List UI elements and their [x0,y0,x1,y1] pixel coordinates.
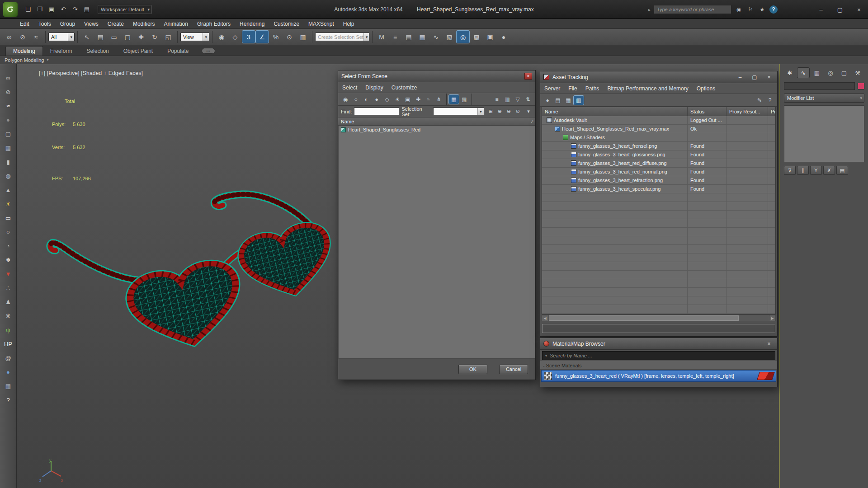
menu-item[interactable]: Display [361,83,387,93]
search-results-icon[interactable]: ◉ [735,5,743,14]
percent-snap-icon[interactable]: % [269,31,282,43]
find-input[interactable] [354,108,399,115]
display-all-icon[interactable]: ◉ [340,95,350,104]
display-invert-icon[interactable]: ◐ [361,95,371,104]
modifier-list-dropdown[interactable]: Modifier List [784,94,864,103]
table-row[interactable]: funny_glasses_3_heart_red_normal.png Fou… [542,168,775,176]
unlink-selection-icon[interactable]: ⊘ [16,31,29,43]
select-and-link-icon[interactable]: ∞ [3,31,15,43]
table-row[interactable]: funny_glasses_3_heart_red_diffuse.png Fo… [542,159,775,168]
menu-item[interactable]: Graph Editors [193,19,235,29]
tab-modeling[interactable]: Modeling [5,46,43,56]
minimize-button[interactable]: – [735,73,745,81]
menu-item[interactable]: Animation [160,19,193,29]
menu-item[interactable]: Edit [15,19,34,29]
context-help-icon[interactable]: ? [765,96,775,105]
modifier-stack[interactable] [784,105,864,162]
align-icon[interactable]: ≡ [389,31,401,43]
object-color-swatch[interactable] [858,83,864,89]
cylinder-icon[interactable]: ▮ [2,156,14,167]
render-production-icon[interactable]: ● [497,31,510,43]
table-row[interactable]: funny_glasses_3_heart_specular.png Found [542,185,775,193]
named-selection-sets-icon[interactable]: ▥ [297,31,309,43]
edit-paths-icon[interactable]: ✎ [755,96,764,105]
graphite-toggle-icon[interactable]: ▦ [416,31,429,43]
window-crossing-icon[interactable]: ▢ [121,31,134,43]
status-field[interactable] [542,324,775,333]
column-header[interactable]: Name [542,107,688,116]
figure-icon[interactable]: ♟ [2,296,14,307]
display-hidden-icon[interactable]: ▧ [459,95,469,104]
menu-item[interactable]: Bitmap Performance and Memory [603,84,692,94]
scene-materials-section[interactable]: - Scene Materials [540,361,777,370]
rendered-frame-icon[interactable]: ▣ [484,31,496,43]
display-cameras-icon[interactable]: ▣ [403,95,413,104]
view-thumbnails-icon[interactable]: ▦ [563,96,573,105]
workspace-dropdown[interactable]: Workspace: Default [98,5,152,14]
refresh-list-icon[interactable]: ▤ [553,96,563,105]
select-and-manipulate-icon[interactable]: ◇ [229,31,241,43]
cancel-button[interactable]: Cancel [499,365,528,374]
angle-snap-icon[interactable]: ∠ [256,31,269,43]
favorites-icon[interactable]: ★ [758,5,766,14]
chain-link-icon[interactable]: ∞ [2,72,14,83]
box-icon[interactable]: ▢ [2,128,14,139]
infocenter-search-input[interactable] [654,5,731,14]
plane-icon[interactable]: ▭ [2,212,14,223]
filter-icon[interactable]: ▽ [513,95,523,104]
minimize-button[interactable]: – [815,4,827,15]
configure-modifier-sets-icon[interactable]: ▤ [836,166,848,175]
subtract-from-set-icon[interactable]: ⊖ [505,108,513,116]
3dsmax-logo-icon[interactable] [3,2,18,17]
horizontal-scrollbar[interactable]: ◀ ▶ [542,314,776,321]
infocenter-caret-icon[interactable]: ▸ [648,7,651,12]
close-icon[interactable]: × [524,73,532,80]
scrollbar-thumb[interactable] [549,315,739,321]
egg-icon[interactable]: ○ [2,226,14,237]
grass-icon[interactable]: ψ [2,324,14,335]
columns-dropdown-icon[interactable]: ▾ [524,108,533,116]
maximize-button[interactable]: ▢ [834,4,846,15]
menu-item[interactable]: Views [80,19,103,29]
vault-status-icon[interactable]: ● [542,96,552,105]
make-unique-icon[interactable]: Y [810,166,822,175]
rectangular-selection-region-icon[interactable]: ▭ [108,31,120,43]
menu-item[interactable]: Create [103,19,128,29]
droplet-icon[interactable]: ▼ [2,268,14,279]
scene-object-list[interactable]: Heart_Shaped_Sunglasses_Red [338,126,535,359]
zigzag-icon[interactable]: ≈ [2,100,14,111]
display-geometry-icon[interactable]: ● [372,95,382,104]
viewport-label[interactable]: [+] [Perspective] [Shaded + Edged Faces] [39,70,143,76]
sort-icon[interactable]: ⇅ [523,95,533,104]
selection-set-dropdown[interactable] [433,108,484,115]
display-none-icon[interactable]: ○ [351,95,361,104]
chain-open-icon[interactable]: ⊘ [2,86,14,97]
use-pivot-center-icon[interactable]: ◉ [215,31,228,43]
window-title-bar[interactable]: Asset Tracking –▢× [540,71,777,83]
sphere-blue-icon[interactable]: ● [2,366,14,377]
menu-item[interactable]: File [564,84,581,94]
layer-manager-icon[interactable]: ▤ [402,31,415,43]
undo-icon[interactable]: ↶ [58,4,69,15]
table-row[interactable]: Maps / Shaders [542,133,775,142]
scroll-right-icon[interactable]: ▶ [769,315,776,321]
save-file-icon[interactable]: ▣ [46,4,57,15]
curve-editor-icon[interactable]: ∿ [429,31,442,43]
table-row[interactable]: Heart_Shaped_Sunglasses_Red_max_vray.max… [542,125,775,133]
menu-item[interactable]: MAXScript [304,19,339,29]
material-list-item[interactable]: funny_glasses_3_heart_red ( VRayMtl ) [f… [541,370,776,382]
dialog-title-bar[interactable]: Select From Scene × [338,70,535,82]
tab-selection[interactable]: Selection [79,47,116,56]
sphere-icon[interactable]: ◔ [2,240,14,251]
teapot-icon[interactable]: ◍ [2,170,14,181]
select-and-rotate-icon[interactable]: ↻ [148,31,161,43]
swirl-icon[interactable]: @ [2,352,14,363]
create-selection-set-icon[interactable]: ⊞ [486,108,495,116]
menu-item[interactable]: Group [56,19,80,29]
pin-stack-icon[interactable]: ⊽ [784,166,796,175]
select-and-scale-icon[interactable]: ◱ [162,31,175,43]
add-to-set-icon[interactable]: ⊕ [495,108,504,116]
open-file-icon[interactable]: ❐ [34,4,45,15]
table-row[interactable]: funny_glasses_3_heart_frensel.png Found [542,142,775,150]
columns-view-icon[interactable]: ▥ [502,95,512,104]
